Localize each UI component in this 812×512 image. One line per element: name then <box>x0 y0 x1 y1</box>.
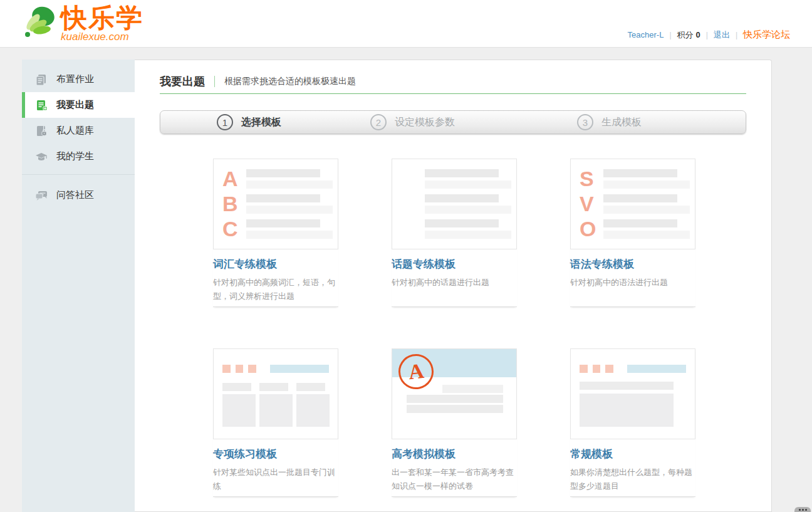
template-card-gaokao-mock[interactable]: A 高考模拟模板 出一套和某一年某一省市高考考查知识点一模一样的试卷 <box>392 348 517 497</box>
template-title-link[interactable]: 话题专练模板 <box>392 257 517 271</box>
sidebar-item-qa-community[interactable]: 问答社区 <box>22 182 135 208</box>
wizard-steps-bar: 1 选择模板 2 设定模板参数 3 生成模板 <box>160 110 746 134</box>
sidebar-item-label: 私人题库 <box>56 125 94 137</box>
topic-art <box>392 159 517 249</box>
sidebar-item-assign-homework[interactable]: 布置作业 <box>22 66 135 92</box>
art-letter-b: B <box>222 193 246 214</box>
sidebar-item-private-bank[interactable]: 私人题库 <box>22 118 135 144</box>
template-card-special-practice[interactable]: 专项练习模板 针对某些知识点出一批题目专门训练 <box>213 348 338 497</box>
art-row: C <box>222 216 338 241</box>
nav-separator: | <box>706 31 708 39</box>
step-label: 生成模板 <box>601 116 642 129</box>
art-row: V <box>580 191 695 216</box>
nav-separator: | <box>669 31 671 39</box>
logo-leaf-icon <box>21 5 57 44</box>
art-row <box>401 216 516 241</box>
site-logo[interactable]: 快乐学 kuailexue.com <box>21 5 143 44</box>
top-header: 快乐学 kuailexue.com Teacher-L | 积分0 | 退出 |… <box>0 0 812 48</box>
step-number-circle: 3 <box>577 114 593 130</box>
nav-separator: | <box>736 31 737 39</box>
sidebar-item-label: 布置作业 <box>56 73 94 85</box>
art-letter-s: S <box>580 168 603 189</box>
template-title-link[interactable]: 词汇专练模板 <box>213 257 338 271</box>
nav-forum-link[interactable]: 快乐学论坛 <box>743 29 790 41</box>
template-card-grammar[interactable]: S V O 语法专练模板 针对初高中的语法进行出题 <box>570 159 695 307</box>
vocabulary-art: A B C <box>213 159 338 249</box>
grammar-art: S V O <box>570 159 695 249</box>
special-practice-art <box>213 348 338 439</box>
feedback-widget-button[interactable] <box>794 507 811 512</box>
art-row: A <box>222 166 338 191</box>
nav-points-value: 0 <box>696 30 700 39</box>
qa-community-icon <box>35 189 48 202</box>
template-title-link[interactable]: 高考模拟模板 <box>392 447 517 461</box>
art-letter-a: A <box>222 168 246 189</box>
template-cards-grid: A B C 词汇专练模板 针对初高中的高频词汇，短语，句型，词义辨析进行出题 <box>213 159 695 497</box>
template-title-link[interactable]: 常规模板 <box>570 447 695 461</box>
gaokao-mock-art: A <box>392 348 517 439</box>
step-generate-template: 3 生成模板 <box>577 111 642 133</box>
template-description: 针对初高中的话题进行出题 <box>392 276 517 290</box>
regular-art <box>570 348 695 439</box>
main-panel: 我要出题 根据需求挑选合适的模板极速出题 1 选择模板 2 设定模板参数 3 生… <box>135 60 772 512</box>
create-questions-icon <box>35 99 48 112</box>
art-row: B <box>222 191 338 216</box>
nav-username-link[interactable]: Teacher-L <box>628 30 664 39</box>
template-card-regular[interactable]: 常规模板 如果你清楚想出什么题型，每种题型多少道题目 <box>570 348 695 497</box>
page-header: 我要出题 根据需求挑选合适的模板极速出题 <box>160 75 746 88</box>
template-title-link[interactable]: 语法专练模板 <box>570 257 695 271</box>
assign-homework-icon <box>35 73 48 86</box>
template-title-link[interactable]: 专项练习模板 <box>213 447 338 461</box>
template-description: 针对某些知识点出一批题目专门训练 <box>213 466 338 493</box>
template-description: 针对初高中的语法进行出题 <box>570 276 695 290</box>
sidebar-item-label: 问答社区 <box>56 189 94 201</box>
title-separator <box>214 76 215 87</box>
private-question-bank-icon <box>35 125 48 137</box>
art-row <box>401 166 516 191</box>
step-label: 设定模板参数 <box>395 116 455 129</box>
top-nav: Teacher-L | 积分0 | 退出 | 快乐学论坛 <box>628 29 790 41</box>
art-row: S <box>580 166 695 191</box>
step-set-parameters: 2 设定模板参数 <box>370 111 455 133</box>
logo-domain: kuailexue.com <box>61 31 143 43</box>
nav-logout-link[interactable]: 退出 <box>714 29 730 41</box>
my-students-icon <box>35 150 48 163</box>
art-letter-o: O <box>580 218 603 239</box>
sidebar-item-label: 我的学生 <box>56 150 94 162</box>
template-card-topic[interactable]: 话题专练模板 针对初高中的话题进行出题 <box>392 159 517 307</box>
page-subtitle: 根据需求挑选合适的模板极速出题 <box>224 76 356 87</box>
step-number-circle: 1 <box>217 114 233 130</box>
art-row: O <box>580 216 695 241</box>
sidebar-item-create-questions[interactable]: 我要出题 <box>22 92 135 118</box>
sidebar-divider <box>22 174 135 175</box>
step-label: 选择模板 <box>241 116 281 129</box>
template-description: 出一套和某一年某一省市高考考查知识点一模一样的试卷 <box>392 466 517 493</box>
template-card-vocabulary[interactable]: A B C 词汇专练模板 针对初高中的高频词汇，短语，句型，词义辨析进行出题 <box>213 159 338 307</box>
page-title: 我要出题 <box>160 74 205 89</box>
green-divider <box>160 93 746 94</box>
sidebar: 布置作业 我要出题 私人题库 <box>22 60 135 512</box>
template-description: 如果你清楚想出什么题型，每种题型多少道题目 <box>570 466 695 493</box>
art-letter-v: V <box>580 193 603 214</box>
template-description: 针对初高中的高频词汇，短语，句型，词义辨析进行出题 <box>213 276 338 303</box>
sidebar-item-my-students[interactable]: 我的学生 <box>22 144 135 169</box>
step-select-template: 1 选择模板 <box>217 111 281 133</box>
sidebar-item-label: 我要出题 <box>56 99 94 111</box>
logo-title: 快乐学 <box>61 5 143 31</box>
nav-points: 积分0 <box>677 29 700 41</box>
step-number-circle: 2 <box>370 114 387 130</box>
art-row <box>401 191 516 216</box>
art-letter-c: C <box>222 218 246 239</box>
